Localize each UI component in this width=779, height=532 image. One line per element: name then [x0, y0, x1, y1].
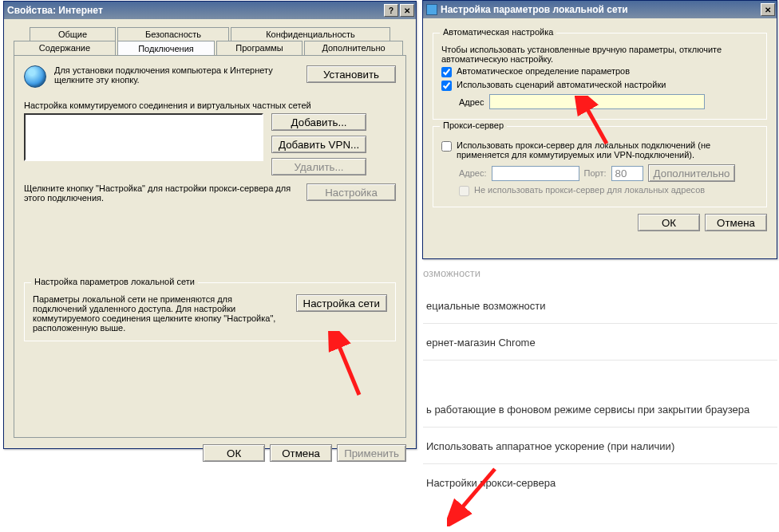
tab-advanced[interactable]: Дополнительно — [304, 41, 403, 55]
proxy-group: Прокси-сервер Использовать прокси-сервер… — [433, 126, 767, 207]
tab-security[interactable]: Безопасность — [117, 27, 229, 41]
chrome-row[interactable]: ернет-магазин Chrome — [423, 324, 777, 361]
proxy-port-input — [611, 166, 643, 181]
chrome-section-heading: озможности — [423, 267, 777, 279]
autodetect-checkbox[interactable]: Автоматическое определение параметров — [441, 66, 758, 77]
tab-connections[interactable]: Подключения — [117, 41, 215, 55]
proxy-address-input — [492, 166, 579, 181]
auto-config-title: Автоматическая настройка — [440, 27, 556, 37]
use-proxy-checkbox[interactable]: Использовать прокси-сервер для локальных… — [441, 140, 758, 160]
proxy-advanced-button: Дополнительно — [648, 164, 736, 182]
dial-settings-button: Настройка — [306, 183, 396, 201]
add-button[interactable]: Добавить... — [271, 113, 366, 131]
chrome-row[interactable]: ециальные возможности — [423, 287, 777, 324]
cancel-button[interactable]: Отмена — [270, 444, 332, 462]
use-proxy-input[interactable] — [441, 141, 452, 152]
settings-hint: Щелкните кнопку "Настройка" для настройк… — [24, 183, 299, 203]
tab-general[interactable]: Общие — [30, 27, 116, 41]
internet-properties-window: Свойства: Интернет ? ✕ Общие Безопасност… — [3, 1, 417, 449]
close-button[interactable]: ✕ — [761, 3, 775, 16]
address-label: Адрес — [459, 97, 484, 107]
ok-button[interactable]: ОК — [638, 214, 700, 231]
proxy-port-label: Порт: — [584, 168, 607, 178]
lan-settings-button[interactable]: Настройка сети — [296, 294, 388, 312]
install-button[interactable]: Установить — [306, 65, 396, 83]
auto-config-group: Автоматическая настройка Чтобы использов… — [433, 33, 767, 120]
dialup-vpn-label: Настройка коммутируемого соединения и ви… — [24, 100, 396, 110]
tab-content[interactable]: Содержание — [14, 41, 116, 55]
help-button[interactable]: ? — [384, 4, 398, 17]
remove-button: Удалить... — [271, 158, 366, 175]
lan-groupbox: Настройка параметров локальной сети Пара… — [24, 282, 396, 341]
proxy-address-label: Адрес: — [459, 168, 487, 178]
lan-group-title: Настройка параметров локальной сети — [31, 277, 198, 286]
bypass-local-input — [459, 186, 469, 196]
titlebar: Настройка параметров локальной сети ✕ — [423, 1, 777, 18]
add-vpn-button[interactable]: Добавить VPN... — [271, 136, 366, 153]
apply-button: Применить — [337, 444, 406, 462]
chrome-row-proxy[interactable]: Настройки прокси-сервера — [423, 464, 777, 500]
autoscript-input[interactable] — [441, 81, 452, 91]
window-icon — [426, 4, 437, 15]
proxy-group-title: Прокси-сервер — [440, 120, 507, 130]
tab-privacy[interactable]: Конфиденциальность — [231, 27, 390, 41]
lan-settings-window: Настройка параметров локальной сети ✕ Ав… — [422, 0, 777, 259]
cancel-button[interactable]: Отмена — [705, 214, 767, 231]
chrome-settings-background: озможности ециальные возможности ернет-м… — [423, 267, 777, 500]
autoscript-address-input[interactable] — [489, 94, 705, 109]
tab-programs[interactable]: Программы — [216, 41, 303, 55]
autoscript-checkbox[interactable]: Использовать сценарий автоматической нас… — [441, 80, 758, 91]
connections-list[interactable] — [24, 113, 263, 161]
autodetect-input[interactable] — [441, 67, 452, 77]
chrome-row[interactable]: Использовать аппаратное ускорение (при н… — [423, 428, 777, 464]
window-title: Настройка параметров локальной сети — [441, 4, 628, 15]
ok-button[interactable]: ОК — [203, 444, 265, 462]
window-title: Свойства: Интернет — [7, 5, 103, 16]
lan-text: Параметры локальной сети не применяются … — [33, 294, 288, 333]
globe-icon — [24, 65, 46, 88]
close-button[interactable]: ✕ — [400, 4, 414, 17]
bypass-local-checkbox: Не использовать прокси-сервер для локаль… — [459, 185, 758, 196]
chrome-row[interactable]: ь работающие в фоновом режиме сервисы пр… — [423, 391, 777, 428]
auto-config-text: Чтобы использовать установленные вручную… — [441, 45, 758, 64]
setup-text: Для установки подключения компьютера к И… — [54, 65, 299, 85]
titlebar: Свойства: Интернет ? ✕ — [4, 2, 416, 19]
